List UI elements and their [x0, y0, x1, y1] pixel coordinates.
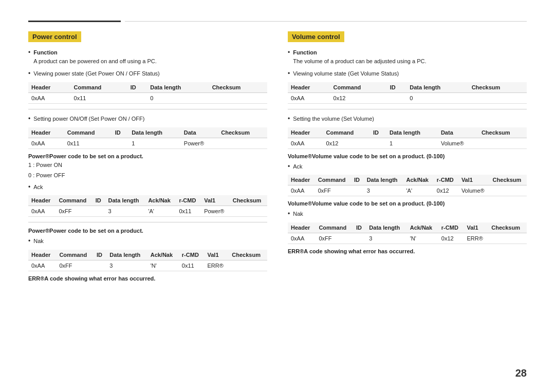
volume-viewing-table: Header Command ID Data length Checksum 0… — [288, 82, 527, 104]
th-command4: Command — [56, 250, 94, 260]
volume-setting-item: • Setting the volume (Set Volume) — [288, 115, 527, 123]
volume-note1: Volume®Volume value code to be set on a … — [288, 153, 527, 159]
th-data-length3: Data length — [105, 195, 145, 206]
table-row: 0xAA 0xFF 3 'N' 0x12 ERR® — [288, 233, 527, 244]
td-vid2 — [370, 138, 386, 148]
th-vcommand2: Command — [323, 127, 370, 138]
td-1: 1 — [128, 138, 181, 148]
th-r-cmd2: r-CMD — [179, 250, 205, 260]
two-col-layout: Power control • Function A product can b… — [28, 31, 527, 283]
td-0xAA: 0xAA — [28, 92, 71, 103]
th-checksum3: Checksum — [230, 195, 267, 206]
td-0x11: 0x11 — [71, 92, 127, 103]
divider3 — [288, 109, 527, 109]
power-nak-label: Nak — [33, 237, 44, 246]
th-header4: Header — [28, 250, 56, 260]
volume-ack-label: Ack — [293, 162, 302, 171]
bullet-dot5: • — [28, 237, 30, 246]
table-row: 0xAA 0x12 1 Volume® — [288, 138, 527, 148]
power-err-note: ERR®A code showing what error has occurr… — [28, 275, 267, 282]
th-ack-nak2: Ack/Nak — [147, 250, 179, 260]
bullet-dot8: • — [288, 115, 290, 123]
th-vheader2: Header — [288, 127, 323, 138]
volume-function-label: Function The volume of a product can be … — [293, 48, 426, 65]
td-0x112: 0x11 — [64, 138, 112, 148]
table-row: 0xAA 0xFF 3 'A' 0x11 Power® — [28, 206, 267, 217]
td-vr-cmd-0x122: 0x12 — [438, 233, 464, 244]
volume-setting-label: Setting the volume (Set Volume) — [293, 115, 374, 123]
th-ack-nak: Ack/Nak — [145, 195, 176, 206]
th-id4: ID — [94, 250, 106, 260]
volume-ack-item: • Ack — [288, 162, 527, 171]
volume-nak-table: Header Command ID Data length Ack/Nak r-… — [288, 222, 527, 244]
td-vchecksum — [469, 92, 527, 103]
bullet-dot9: • — [288, 162, 290, 171]
power-setting-item: • Setting power ON/Off (Set Power ON / O… — [28, 115, 267, 123]
volume-viewing-list: • Viewing volume state (Get Volume Statu… — [288, 69, 527, 78]
bullet-dot: • — [28, 48, 30, 57]
bullet-dot7: • — [288, 69, 290, 78]
td-id3 — [92, 206, 105, 217]
th-vid3: ID — [351, 175, 364, 185]
th-vchecksum3: Checksum — [490, 175, 527, 185]
td-N: 'N' — [147, 260, 179, 271]
power-note1: Power®Power code to be set on a product. — [28, 153, 267, 159]
td-v0xAA4: 0xAA — [288, 233, 316, 244]
th-header2: Header — [28, 127, 64, 138]
th-vdata-length3: Data length — [364, 175, 403, 185]
power-note2: 1 : Power ON — [28, 161, 267, 170]
volume-function-item: • Function The volume of a product can b… — [288, 48, 527, 65]
th-header: Header — [28, 82, 71, 93]
table-row: 0xAA 0x12 0 — [288, 92, 527, 103]
top-rule-thin — [125, 21, 527, 22]
td-v1: 1 — [386, 138, 438, 148]
power-setting-label: Setting power ON/Off (Set Power ON / OFF… — [33, 115, 144, 123]
power-setting-table: Header Command ID Data length Data Check… — [28, 127, 267, 149]
td-vid3 — [351, 185, 364, 196]
th-command3: Command — [55, 195, 92, 206]
volume-control-title: Volume control — [288, 31, 344, 42]
td-32: 3 — [106, 260, 147, 271]
volume-viewing-label: Viewing volume state (Get Volume Status) — [293, 69, 399, 78]
th-command: Command — [71, 82, 127, 93]
td-power: Power® — [181, 138, 218, 148]
th-val1: Val1 — [201, 195, 230, 206]
th-vcommand3: Command — [315, 175, 351, 185]
volume-ack-header-row: Header Command ID Data length Ack/Nak r-… — [288, 175, 527, 185]
th-val12: Val1 — [205, 250, 229, 260]
volume-setting-list: • Setting the volume (Set Volume) — [288, 115, 527, 123]
th-id: ID — [127, 82, 147, 93]
td-r-cmd-0x112: 0x11 — [179, 260, 205, 271]
bullet-dot3: • — [28, 115, 30, 123]
power-viewing-label: Viewing power state (Get Power ON / OFF … — [33, 69, 160, 78]
table-row: 0xAA 0x11 0 — [28, 92, 267, 103]
power-viewing-table: Header Command ID Data length Checksum 0… — [28, 82, 267, 104]
bullet-dot10: • — [288, 210, 290, 218]
th-header3: Header — [28, 195, 55, 206]
power-function-label: Function A product can be powered on and… — [33, 48, 157, 65]
bullet-dot2: • — [28, 69, 30, 78]
th-vid2: ID — [370, 127, 386, 138]
td-checksum4 — [229, 260, 267, 271]
volume-viewing-item: • Viewing volume state (Get Volume Statu… — [288, 69, 527, 78]
volume-nak-label: Nak — [293, 210, 303, 218]
th-id3: ID — [92, 195, 105, 206]
th-vid4: ID — [353, 222, 366, 233]
td-vchecksum2 — [478, 138, 527, 148]
th-vack-nak: Ack/Nak — [403, 175, 434, 185]
divider2 — [28, 222, 267, 222]
bullet-dot4: • — [28, 183, 30, 192]
th-data-length2: Data length — [128, 127, 181, 138]
th-r-cmd: r-CMD — [176, 195, 201, 206]
td-volume: Volume® — [438, 138, 478, 148]
th-checksum4: Checksum — [229, 250, 267, 260]
td-vchecksum3 — [490, 185, 527, 196]
td-v0xAA: 0xAA — [288, 92, 330, 103]
power-viewing-table-header-row: Header Command ID Data length Checksum — [28, 82, 267, 93]
td-v0: 0 — [406, 92, 468, 103]
power-nak-note: Power®Power code to be set on a product. — [28, 228, 267, 234]
td-0xFF: 0xFF — [55, 206, 92, 217]
power-ack-table: Header Command ID Data length Ack/Nak r-… — [28, 195, 267, 217]
th-vcommand: Command — [330, 82, 387, 93]
power-ack-label: Ack — [33, 183, 43, 192]
